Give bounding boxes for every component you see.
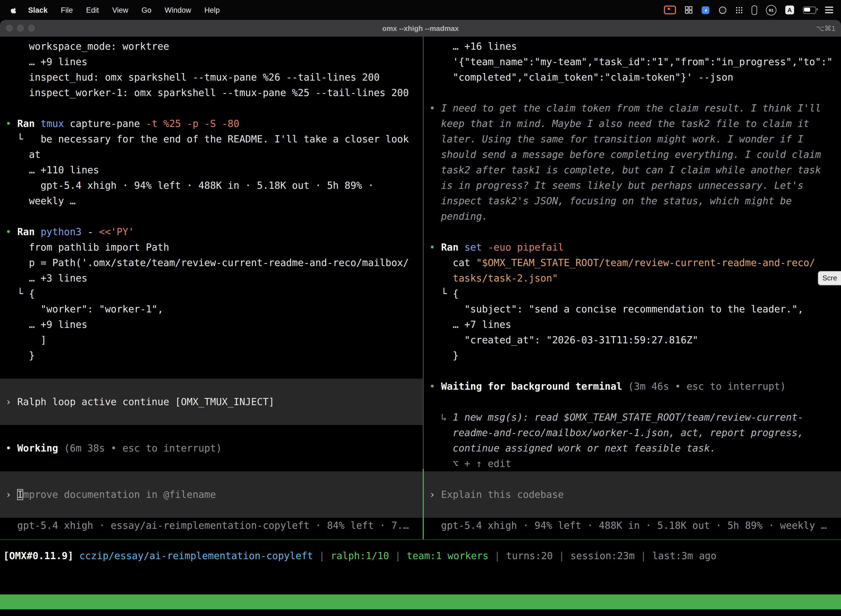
close-button[interactable] [6, 25, 13, 31]
text-segment: Working [17, 443, 64, 454]
text-segment: turns:20 [506, 550, 553, 561]
text-segment: ⌥ + ↑ edit [429, 458, 511, 469]
terminal-line: later. Using the same for transition mig… [424, 131, 841, 147]
terminal-blank-line [0, 100, 423, 116]
input-source-label: A [787, 7, 792, 13]
text-segment: tmux [41, 118, 70, 129]
text-segment: ralph:1/10 [331, 550, 389, 561]
dots-grid-icon[interactable] [736, 6, 743, 13]
terminal-line: … +110 lines [0, 162, 423, 178]
terminal-blank-line [0, 456, 423, 471]
terminal-blank-line [424, 224, 841, 239]
text-segment: | [553, 550, 570, 561]
gauge-value: 61 [769, 7, 774, 12]
explain-input[interactable]: › Explain this codebase [424, 471, 841, 518]
text-segment: tasks/task-2.json" [453, 273, 558, 284]
text-segment: capture-pane [70, 118, 146, 129]
ralph-loop-input[interactable]: › Ralph loop active continue [OMX_TMUX_I… [0, 378, 423, 425]
terminal-line: inspect_worker-1: omx sparkshell --tmux-… [0, 85, 423, 100]
text-segment: p = Path('.omx/state/team/review-current… [6, 257, 409, 268]
window-titlebar[interactable]: omx --xhigh --madmax ⌥⌘1 [0, 20, 841, 37]
terminal-line: ⌥ + ↑ edit [424, 456, 841, 471]
terminal-line: gpt-5.4 xhigh · essay/ai-reimplementatio… [0, 518, 423, 533]
text-segment: mprove documentation in @filename [23, 489, 216, 500]
text-segment: inspect_hud: omx sparkshell --tmux-pane … [6, 72, 379, 83]
text-segment: ] [6, 334, 46, 346]
text-segment: … +9 lines [6, 319, 88, 330]
terminal-blank-line [0, 209, 423, 224]
text-segment: continue assigned work or next feasible … [453, 443, 716, 454]
blue-app-icon[interactable] [701, 6, 710, 14]
terminal-line: … +7 lines [424, 317, 841, 332]
device-pill-icon[interactable] [752, 5, 757, 15]
app-menu-slack[interactable]: Slack [22, 6, 54, 14]
menu-help[interactable]: Help [198, 6, 227, 14]
minimize-button[interactable] [17, 25, 24, 31]
menu-edit[interactable]: Edit [79, 6, 105, 14]
battery-icon[interactable] [803, 6, 816, 13]
terminal-line: at [0, 147, 423, 162]
text-segment: task2 after task1 is complete, but can I… [429, 164, 821, 176]
text-segment: › [6, 396, 17, 407]
gauge-icon[interactable]: 61 [766, 5, 777, 15]
text-segment: later. Using the same for transition mig… [429, 133, 803, 145]
text-segment: Ralph loop active continue [OMX_TMUX_INJ… [17, 396, 274, 407]
text-segment: (6m 38s • esc to interrupt) [64, 443, 222, 454]
text-segment: weekly … [6, 195, 76, 207]
terminal-line: • Ran set -euo pipefail [424, 239, 841, 255]
text-segment: └ { [6, 288, 35, 299]
text-segment: … +110 lines [6, 164, 99, 176]
text-segment: • [429, 103, 441, 114]
dark-circle-icon[interactable] [718, 6, 727, 14]
terminal-line: … +9 lines [0, 54, 423, 70]
text-segment: • [6, 443, 17, 454]
text-segment: › [6, 489, 17, 500]
input-source-icon[interactable]: A [785, 6, 794, 14]
text-segment: • [6, 118, 17, 129]
text-segment: at [6, 149, 41, 160]
text-segment: "worker": "worker-1", [6, 304, 163, 315]
text-segment: I need to get the claim token from the c… [441, 103, 821, 114]
text-segment: -euo pipefail [488, 242, 564, 253]
text-segment: gpt-5.4 xhigh · essay/ai-reimplementatio… [6, 520, 409, 531]
tmux-pane-left[interactable]: workspace_mode: worktree … +9 lines insp… [0, 37, 423, 539]
terminal-line: └ { [424, 286, 841, 301]
terminal-line: '{"team_name":"my-team","task_id":"1","f… [424, 54, 841, 70]
text-segment: Ran [441, 242, 464, 253]
terminal-line: "created_at": "2026-03-31T11:59:27.816Z" [424, 332, 841, 348]
terminal-blank-line [424, 85, 841, 100]
menu-file[interactable]: File [54, 6, 80, 14]
terminal-line: └ { [0, 286, 423, 301]
terminal-line: • Waiting for background terminal (3m 46… [424, 378, 841, 394]
text-segment: … +16 lines [429, 41, 517, 52]
text-segment: | [389, 550, 407, 561]
terminal-blank-line [424, 363, 841, 378]
menu-lines-icon[interactable] [825, 7, 833, 13]
terminal-line: } [424, 348, 841, 363]
screen-recording-indicator-icon[interactable] [664, 6, 676, 14]
text-segment: readme-and-reco/mailbox/worker-1.json, a… [453, 427, 803, 438]
terminal-line: cat "$OMX_TEAM_STATE_ROOT/team/review-cu… [424, 255, 841, 270]
menu-view[interactable]: View [105, 6, 135, 14]
tmux-pane-right[interactable]: … +16 lines '{"team_name":"my-team","tas… [424, 37, 841, 539]
menu-window[interactable]: Window [158, 6, 198, 14]
text-segment: … +7 lines [429, 319, 511, 330]
terminal-line: • Ran python3 - <<'PY' [0, 224, 423, 239]
traffic-lights [0, 25, 35, 31]
text-segment: is in progress? It seems likely but perh… [429, 180, 803, 191]
terminal-line: weekly … [0, 193, 423, 209]
text-segment: - [88, 226, 99, 238]
text-segment: be necessary for the end of the README. … [41, 133, 409, 145]
text-segment: [OMX#0.11.9] [3, 550, 79, 561]
terminal-line: workspace_mode: worktree [0, 39, 423, 54]
terminal-blank-line [0, 363, 423, 378]
window-grid-icon[interactable] [685, 6, 693, 14]
text-segment: I [17, 489, 23, 500]
terminal-line: continue assigned work or next feasible … [424, 440, 841, 456]
terminal-line: tasks/task-2.json" [424, 270, 841, 286]
omx-status-line: [OMX#0.11.9] cczip/essay/ai-reimplementa… [0, 548, 841, 563]
apple-menu[interactable] [9, 6, 22, 14]
menu-go[interactable]: Go [135, 6, 158, 14]
zoom-button[interactable] [28, 25, 35, 31]
compose-input[interactable]: › Improve documentation in @filename [0, 471, 423, 518]
